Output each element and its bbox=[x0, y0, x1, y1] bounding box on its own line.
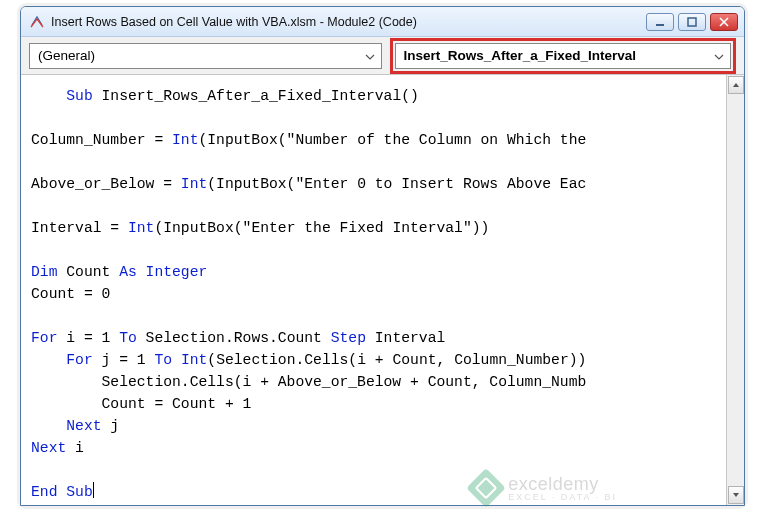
code-area: Sub Insert_Rows_After_a_Fixed_Interval()… bbox=[21, 75, 744, 505]
object-dropdown-label: (General) bbox=[38, 48, 95, 63]
scroll-down-button[interactable] bbox=[728, 486, 744, 504]
dropdown-row: (General) Insert_Rows_After_a_Fixed_Inte… bbox=[21, 37, 744, 75]
titlebar: Insert Rows Based on Cell Value with VBA… bbox=[21, 7, 744, 37]
app-icon bbox=[29, 14, 45, 30]
procedure-dropdown-label: Insert_Rows_After_a_Fixed_Interval bbox=[404, 48, 637, 63]
close-button[interactable] bbox=[710, 13, 738, 31]
procedure-dropdown-highlight: Insert_Rows_After_a_Fixed_Interval bbox=[390, 38, 737, 74]
minimize-button[interactable] bbox=[646, 13, 674, 31]
procedure-dropdown[interactable]: Insert_Rows_After_a_Fixed_Interval bbox=[395, 43, 732, 69]
code-pane[interactable]: Sub Insert_Rows_After_a_Fixed_Interval()… bbox=[21, 75, 726, 505]
code-text: Sub Insert_Rows_After_a_Fixed_Interval()… bbox=[31, 85, 726, 503]
text-cursor bbox=[93, 482, 94, 498]
maximize-button[interactable] bbox=[678, 13, 706, 31]
scroll-up-button[interactable] bbox=[728, 76, 744, 94]
window-title: Insert Rows Based on Cell Value with VBA… bbox=[51, 15, 646, 29]
vertical-scrollbar[interactable] bbox=[726, 75, 744, 505]
chevron-down-icon bbox=[714, 48, 724, 63]
svg-rect-1 bbox=[688, 18, 696, 26]
object-dropdown[interactable]: (General) bbox=[29, 43, 382, 69]
vba-code-window: Insert Rows Based on Cell Value with VBA… bbox=[20, 6, 745, 506]
window-buttons bbox=[646, 13, 738, 31]
svg-rect-0 bbox=[656, 24, 664, 26]
chevron-down-icon bbox=[365, 48, 375, 63]
